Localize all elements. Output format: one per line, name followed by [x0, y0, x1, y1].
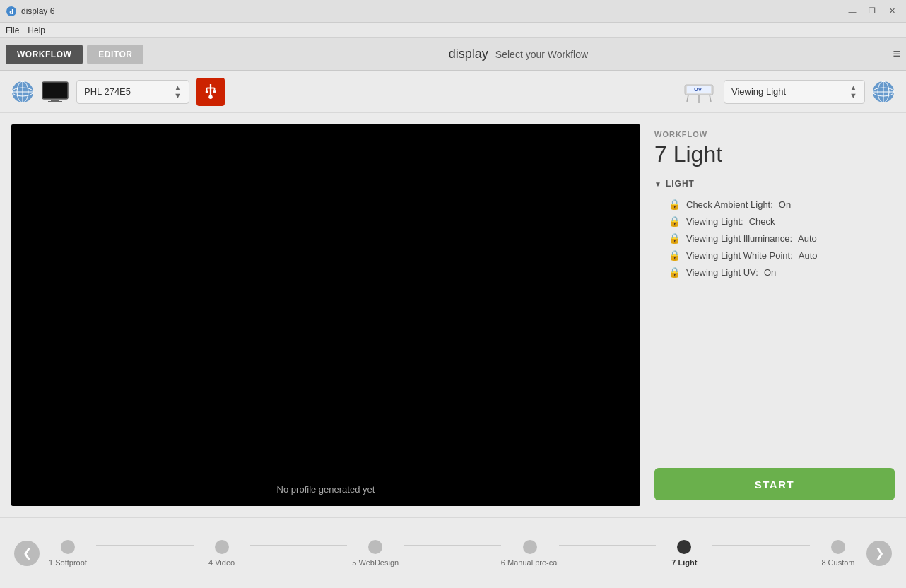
light-row-value-3: Auto	[799, 250, 818, 261]
workflow-subtitle: Select your Workflow	[495, 49, 588, 60]
step-item-video[interactable]: 4 Video	[194, 540, 250, 567]
app-icon: d	[6, 6, 17, 17]
step-dot-custom	[831, 540, 845, 554]
workflow-steps: 1 Softproof 4 Video 5 WebDesign 6 Manual…	[40, 540, 866, 567]
step-dot-softproof	[61, 540, 75, 554]
toolbar: WORKFLOW EDITOR display Select your Work…	[0, 38, 906, 71]
step-label-light: 7 Light	[671, 558, 697, 567]
svg-point-15	[206, 90, 208, 93]
lock-icon-3: 🔒	[669, 249, 681, 261]
step-item-custom[interactable]: 8 Custom	[810, 540, 866, 567]
globe-right-icon	[872, 81, 895, 103]
step-dot-video	[215, 540, 229, 554]
minimize-button[interactable]: —	[844, 3, 861, 20]
light-row-label-1: Viewing Light:	[686, 216, 743, 227]
uv-light-icon: UV	[681, 79, 717, 105]
device-name: PHL 274E5	[84, 86, 174, 97]
title-bar: d display 6 — ❐ ✕	[0, 0, 906, 23]
light-selector[interactable]: Viewing Light ▲ ▼	[724, 80, 865, 104]
start-button[interactable]: START	[654, 468, 895, 500]
menu-help[interactable]: Help	[28, 25, 45, 35]
light-row-1: 🔒 Viewing Light: Check	[654, 213, 895, 230]
light-row-value-1: Check	[749, 216, 775, 227]
workflow-section-label: WORKFLOW	[654, 130, 895, 139]
light-select-text: Viewing Light	[731, 86, 849, 97]
step-label-softproof: 1 Softproof	[49, 558, 87, 567]
collapse-icon: ▼	[654, 180, 661, 188]
menu-bar: File Help	[0, 23, 906, 38]
prev-button[interactable]: ❮	[14, 541, 40, 566]
svg-text:d: d	[9, 8, 13, 16]
svg-line-22	[710, 95, 711, 102]
light-row-2: 🔒 Viewing Light Illuminance: Auto	[654, 230, 895, 247]
step-item-webdesign[interactable]: 5 WebDesign	[347, 540, 404, 567]
step-label-webdesign: 5 WebDesign	[352, 558, 399, 567]
light-section-header[interactable]: ▼ LIGHT	[654, 179, 895, 189]
light-select-arrows: ▲ ▼	[849, 84, 857, 100]
workflow-panel: WORKFLOW 7 Light ▼ LIGHT 🔒 Check Ambient…	[654, 124, 895, 506]
lock-icon-0: 🔒	[669, 199, 681, 210]
device-select-arrows: ▲ ▼	[174, 84, 182, 100]
main-content: No profile generated yet WORKFLOW 7 Ligh…	[0, 113, 906, 517]
light-row-3: 🔒 Viewing Light White Point: Auto	[654, 247, 895, 264]
preview-panel: No profile generated yet	[11, 124, 640, 506]
light-row-4: 🔒 Viewing Light UV: On	[654, 264, 895, 281]
lock-icon-4: 🔒	[669, 266, 681, 278]
step-item-light[interactable]: 7 Light	[656, 540, 712, 567]
step-line-4	[559, 545, 657, 546]
step-line-5	[712, 545, 810, 546]
step-label-custom: 8 Custom	[821, 558, 854, 567]
monitor-icon	[41, 81, 69, 103]
light-row-label-0: Check Ambient Light:	[686, 199, 773, 210]
step-label-manual-precal: 6 Manual pre-cal	[501, 558, 559, 567]
close-button[interactable]: ✕	[883, 3, 900, 20]
light-row-0: 🔒 Check Ambient Light: On	[654, 196, 895, 213]
uv-icon-container: UV	[681, 79, 717, 105]
usb-icon	[196, 78, 225, 106]
step-dot-webdesign	[368, 540, 382, 554]
globe-left-icon	[11, 81, 34, 103]
step-line-2	[250, 545, 348, 546]
step-label-video: 4 Video	[208, 558, 235, 567]
step-line-1	[96, 545, 194, 546]
preview-no-profile-label: No profile generated yet	[277, 484, 375, 506]
maximize-button[interactable]: ❐	[864, 3, 881, 20]
tab-workflow[interactable]: WORKFLOW	[6, 45, 83, 64]
tab-editor[interactable]: EDITOR	[87, 45, 143, 64]
app-title-center: display	[449, 47, 488, 61]
light-row-label-4: Viewing Light UV:	[686, 267, 758, 278]
svg-rect-10	[48, 101, 62, 102]
light-row-label-2: Viewing Light Illuminance:	[686, 233, 792, 244]
hamburger-icon[interactable]: ≡	[893, 47, 900, 61]
svg-rect-8	[43, 83, 67, 98]
window-controls: — ❐ ✕	[844, 3, 900, 20]
menu-file[interactable]: File	[6, 25, 19, 35]
workflow-title: 7 Light	[654, 141, 895, 167]
device-bar-right: UV Viewing Light ▲ ▼	[681, 79, 895, 105]
step-dot-manual-precal	[523, 540, 537, 554]
step-dot-light	[677, 540, 691, 554]
light-row-label-3: Viewing Light White Point:	[686, 250, 793, 261]
svg-line-20	[687, 95, 688, 102]
light-row-value-0: On	[779, 199, 791, 210]
lock-icon-2: 🔒	[669, 233, 681, 244]
app-title: display 6	[21, 6, 900, 16]
svg-point-17	[208, 95, 213, 99]
svg-rect-16	[213, 90, 216, 93]
device-selector[interactable]: PHL 274E5 ▲ ▼	[76, 80, 189, 104]
svg-text:UV: UV	[694, 86, 702, 93]
light-section-title: LIGHT	[666, 179, 695, 189]
next-button[interactable]: ❯	[866, 541, 892, 566]
light-row-value-2: Auto	[798, 233, 817, 244]
device-bar: PHL 274E5 ▲ ▼ UV	[0, 71, 906, 113]
lock-icon-1: 🔒	[669, 216, 681, 227]
step-line-3	[404, 545, 501, 546]
light-row-value-4: On	[764, 267, 776, 278]
bottom-bar: ❮ 1 Softproof 4 Video 5 WebDesign 6 Manu…	[0, 517, 906, 588]
step-item-softproof[interactable]: 1 Softproof	[40, 540, 96, 567]
preview-image: No profile generated yet	[11, 124, 640, 506]
step-item-manual-precal[interactable]: 6 Manual pre-cal	[501, 540, 559, 567]
